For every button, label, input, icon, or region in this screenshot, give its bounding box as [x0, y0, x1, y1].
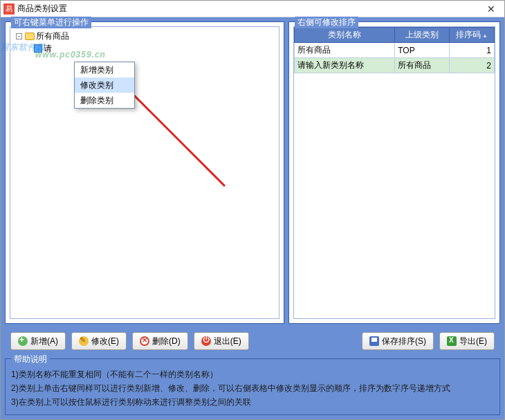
window: 易 商品类别设置 ✕ 河东软件园 www.pc0359.cn 可右键菜单进行操作…	[0, 0, 505, 420]
left-panel: 可右键菜单进行操作 - 所有商品 请 新增	[5, 21, 284, 324]
collapse-icon[interactable]: -	[16, 33, 22, 39]
context-delete-category[interactable]: 删除类别	[75, 93, 134, 108]
delete-button[interactable]: 删除(D)	[132, 332, 188, 350]
close-button[interactable]: ✕	[481, 3, 502, 15]
add-icon	[18, 336, 28, 346]
save-icon	[369, 336, 379, 346]
exit-icon	[201, 336, 211, 346]
exit-button[interactable]: 退出(E)	[194, 332, 249, 350]
right-panel: 右侧可修改排序 类别名称 上级类别 排序码▲ 所有商品	[288, 21, 500, 324]
export-button[interactable]: 导出(E)	[439, 332, 495, 350]
titlebar: 易 商品类别设置 ✕	[1, 1, 504, 17]
edit-icon	[79, 336, 89, 346]
right-panel-legend: 右侧可修改排序	[295, 17, 358, 28]
help-legend: 帮助说明	[11, 354, 50, 365]
category-tree[interactable]: - 所有商品 请	[10, 27, 279, 57]
main-row: 可右键菜单进行操作 - 所有商品 请 新增	[5, 21, 500, 324]
edit-button[interactable]: 修改(E)	[71, 332, 127, 350]
grid-container: 类别名称 上级类别 排序码▲ 所有商品 TOP 1	[293, 26, 495, 319]
export-icon	[447, 336, 457, 346]
grid-header-row: 类别名称 上级类别 排序码▲	[295, 28, 495, 43]
svg-line-0	[121, 82, 225, 186]
context-menu: 新增类别 修改类别 删除类别	[74, 62, 135, 109]
cell-order[interactable]: 1	[450, 43, 495, 58]
file-icon	[34, 44, 42, 53]
left-panel-legend: 可右键菜单进行操作	[11, 17, 91, 28]
save-order-button[interactable]: 保存排序(S)	[362, 332, 434, 350]
app-icon: 易	[3, 3, 15, 15]
tree-container: - 所有商品 请 新增类别 修改类别 删除类别	[10, 26, 279, 319]
add-button[interactable]: 新增(A)	[10, 332, 66, 350]
window-title: 商品类别设置	[17, 3, 481, 15]
context-new-category[interactable]: 新增类别	[75, 62, 134, 77]
table-row[interactable]: 请输入新类别名称 所有商品 2	[295, 58, 495, 73]
col-header-name[interactable]: 类别名称	[295, 28, 395, 43]
tree-child-node[interactable]: 请	[13, 42, 276, 55]
tree-root-node[interactable]: - 所有商品	[13, 30, 276, 42]
category-grid[interactable]: 类别名称 上级类别 排序码▲ 所有商品 TOP 1	[294, 27, 495, 73]
toolbar: 新增(A) 修改(E) 删除(D) 退出(E) 保存排序(S) 导出(E)	[5, 328, 500, 354]
cell-parent[interactable]: TOP	[395, 43, 450, 58]
folder-icon	[25, 33, 35, 40]
tree-root-label: 所有商品	[36, 30, 69, 42]
delete-icon	[140, 336, 149, 346]
cell-name[interactable]: 请输入新类别名称	[295, 58, 395, 73]
help-line-2: 2)类别上单击右键同样可以进行类别新增、修改、删除，可以右侧表格中修改类别显示的…	[11, 381, 494, 395]
tree-child-label: 请	[44, 43, 52, 55]
cell-parent[interactable]: 所有商品	[395, 58, 450, 73]
cell-name[interactable]: 所有商品	[295, 43, 395, 58]
cell-order[interactable]: 2	[450, 58, 495, 73]
col-header-parent[interactable]: 上级类别	[395, 28, 450, 43]
help-line-3: 3)在类别上可以按住鼠标进行类别称动来进行调整类别之间的关联	[11, 395, 494, 409]
table-row[interactable]: 所有商品 TOP 1	[295, 43, 495, 58]
context-edit-category[interactable]: 修改类别	[75, 77, 134, 93]
help-panel: 帮助说明 1)类别名称不能重复相同（不能有二个一样的类别名称） 2)类别上单击右…	[5, 358, 500, 415]
help-line-1: 1)类别名称不能重复相同（不能有二个一样的类别名称）	[11, 367, 494, 381]
client-area: 河东软件园 www.pc0359.cn 可右键菜单进行操作 - 所有商品	[1, 17, 504, 419]
col-header-order[interactable]: 排序码▲	[450, 28, 495, 43]
